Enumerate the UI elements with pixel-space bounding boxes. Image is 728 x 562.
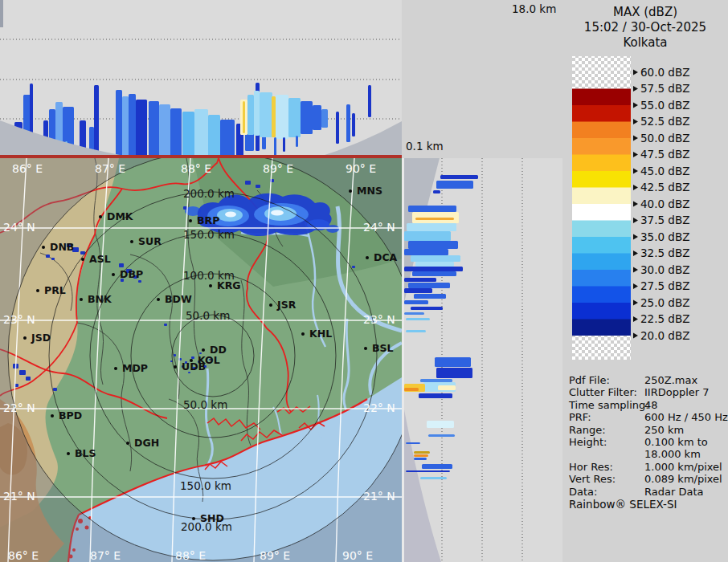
metadata-label: Range: — [569, 424, 644, 436]
metadata-value: 48 — [644, 399, 658, 411]
svg-text:DGH: DGH — [134, 437, 159, 449]
svg-text:22° N: 22° N — [3, 401, 35, 414]
svg-text:50.0 dBZ: 50.0 dBZ — [640, 132, 689, 145]
svg-text:89° E: 89° E — [263, 162, 293, 175]
svg-text:87° E: 87° E — [95, 162, 125, 175]
metadata-label: Time sampling: — [569, 399, 644, 411]
panel-edge-mark — [0, 0, 3, 27]
svg-text:200.0 km: 200.0 km — [183, 187, 235, 200]
metadata-value: Radar Data — [644, 486, 703, 498]
svg-text:23° N: 23° N — [3, 313, 35, 326]
svg-text:88° E: 88° E — [175, 549, 206, 562]
svg-text:86° E: 86° E — [8, 549, 39, 562]
svg-text:MNS: MNS — [357, 185, 382, 197]
svg-text:42.5 dBZ: 42.5 dBZ — [640, 181, 689, 193]
svg-text:37.5 dBZ: 37.5 dBZ — [640, 214, 689, 226]
metadata-row: 18.000 km — [569, 448, 726, 460]
right-profile-echoes — [404, 175, 478, 479]
software-brand: Rainbow® SELEX-SI — [569, 498, 677, 511]
product-title: MAX (dBZ) — [562, 5, 728, 20]
metadata-value: 1.000 km/pixel — [644, 461, 722, 473]
svg-text:50.0 km: 50.0 km — [186, 309, 230, 322]
svg-text:40.0 dBZ: 40.0 dBZ — [640, 198, 689, 210]
right-profile-plot — [404, 158, 565, 562]
metadata-row: Vert Res:0.089 km/pixel — [569, 473, 726, 485]
svg-text:86° E: 86° E — [12, 162, 43, 175]
svg-text:21° N: 21° N — [3, 490, 35, 503]
svg-text:87° E: 87° E — [90, 549, 121, 562]
legend-titles: MAX (dBZ) 15:02 / 30-Oct-2025 Kolkata — [562, 5, 728, 51]
svg-text:UDB: UDB — [182, 360, 206, 373]
height-axis-max-label: 18.0 km — [512, 2, 556, 15]
svg-text:PRL: PRL — [44, 284, 66, 296]
top-profile-plot — [0, 0, 402, 158]
metadata-value: IIRDoppler 7 — [644, 386, 710, 398]
svg-text:89° E: 89° E — [260, 549, 290, 562]
metadata-label — [569, 448, 644, 460]
svg-text:47.5 dBZ: 47.5 dBZ — [640, 148, 689, 161]
metadata-row: Range:250 km — [569, 424, 726, 436]
svg-text:55.0 dBZ: 55.0 dBZ — [640, 99, 689, 112]
svg-text:23° N: 23° N — [363, 313, 395, 326]
blind-zone-bottom — [404, 409, 441, 562]
metadata-value: 0.089 km/pixel — [644, 473, 722, 485]
top-height-profile-panel — [0, 0, 402, 158]
svg-text:JSD: JSD — [31, 332, 51, 344]
product-metadata: Pdf File:250Z.maxClutter Filter:IIRDoppl… — [569, 374, 726, 498]
svg-text:90° E: 90° E — [346, 162, 376, 175]
svg-text:60.0 dBZ: 60.0 dBZ — [640, 66, 689, 79]
metadata-value: 0.100 km to — [644, 436, 708, 448]
color-scale: 60.0 dBZ57.5 dBZ55.0 dBZ52.5 dBZ50.0 dBZ… — [562, 48, 728, 369]
metadata-label: Clutter Filter: — [569, 386, 644, 398]
svg-text:BNK: BNK — [88, 293, 112, 305]
svg-text:150.0 km: 150.0 km — [183, 228, 235, 241]
metadata-label: Height: — [569, 436, 644, 448]
metadata-value: 600 Hz / 450 Hz — [644, 411, 728, 423]
svg-text:52.5 dBZ: 52.5 dBZ — [640, 115, 689, 128]
svg-text:SUR: SUR — [138, 235, 162, 247]
map-panel: 200.0 km150.0 km100.0 km50.0 km50.0 km15… — [0, 158, 402, 562]
svg-text:BLS: BLS — [75, 447, 96, 459]
metadata-value: 250 km — [644, 424, 684, 436]
color-scale-labels: 60.0 dBZ57.5 dBZ55.0 dBZ52.5 dBZ50.0 dBZ… — [633, 66, 689, 342]
svg-text:KHL: KHL — [309, 328, 332, 340]
metadata-row: Pdf File:250Z.max — [569, 374, 726, 386]
svg-text:21° N: 21° N — [363, 490, 395, 503]
svg-text:35.0 dBZ: 35.0 dBZ — [640, 230, 689, 243]
svg-text:DNB: DNB — [50, 241, 74, 253]
radar-display: 18.0 km 0.1 km — [0, 0, 728, 562]
svg-text:24° N: 24° N — [363, 221, 395, 234]
svg-text:30.0 dBZ: 30.0 dBZ — [640, 263, 689, 276]
svg-text:BSL: BSL — [372, 342, 394, 354]
metadata-label: Pdf File: — [569, 374, 644, 386]
svg-text:DBP: DBP — [120, 268, 143, 280]
svg-text:BPD: BPD — [59, 409, 82, 422]
svg-text:DMK: DMK — [107, 210, 134, 222]
metadata-label: PRF: — [569, 411, 644, 423]
metadata-label: Vert Res: — [569, 473, 644, 485]
svg-text:88° E: 88° E — [181, 162, 211, 175]
metadata-value: 250Z.max — [644, 374, 697, 386]
svg-text:150.0 km: 150.0 km — [180, 479, 231, 492]
height-axis-min-label: 0.1 km — [406, 140, 444, 153]
svg-text:27.5 dBZ: 27.5 dBZ — [640, 279, 689, 292]
svg-text:25.0 dBZ: 25.0 dBZ — [640, 296, 689, 309]
blind-zone-right — [315, 121, 402, 158]
svg-text:BRP: BRP — [197, 214, 219, 226]
svg-text:32.5 dBZ: 32.5 dBZ — [640, 246, 689, 259]
svg-text:MDP: MDP — [122, 362, 148, 374]
svg-text:JSR: JSR — [276, 299, 297, 311]
color-scale-bands — [572, 56, 631, 360]
metadata-label: Hor Res: — [569, 461, 644, 473]
metadata-row: Data:Radar Data — [569, 486, 726, 498]
svg-text:BDW: BDW — [165, 293, 192, 305]
svg-text:45.0 dBZ: 45.0 dBZ — [640, 165, 689, 177]
svg-text:90° E: 90° E — [342, 549, 373, 562]
svg-text:22.5 dBZ: 22.5 dBZ — [640, 312, 689, 325]
metadata-label: Data: — [569, 486, 644, 498]
product-timestamp: 15:02 / 30-Oct-2025 — [562, 20, 728, 35]
metadata-row: Clutter Filter:IIRDoppler 7 — [569, 386, 726, 398]
svg-text:22° N: 22° N — [363, 401, 395, 414]
svg-text:57.5 dBZ: 57.5 dBZ — [640, 82, 689, 95]
svg-text:DCA: DCA — [374, 251, 398, 263]
